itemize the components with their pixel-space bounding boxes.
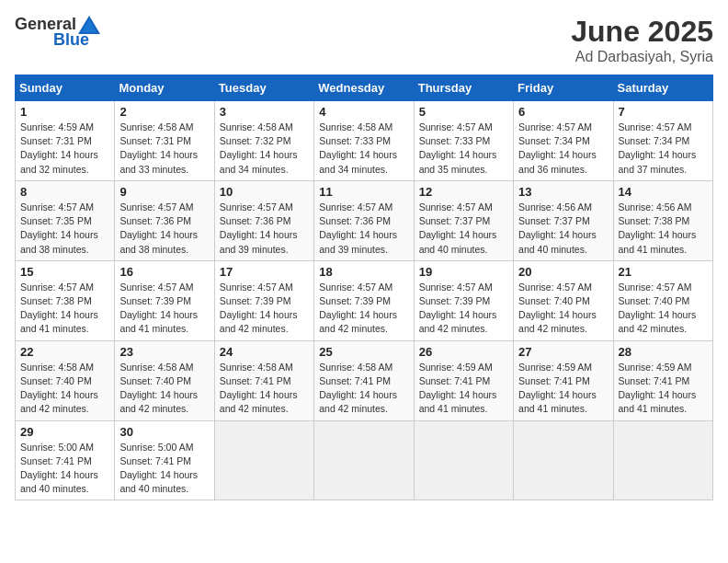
table-row — [613, 420, 712, 500]
table-row: 30Sunrise: 5:00 AM Sunset: 7:41 PM Dayli… — [115, 420, 214, 500]
table-row: 17Sunrise: 4:57 AM Sunset: 7:39 PM Dayli… — [214, 260, 313, 340]
calendar-week-row: 22Sunrise: 4:58 AM Sunset: 7:40 PM Dayli… — [16, 340, 713, 420]
logo-blue: Blue — [53, 30, 89, 50]
day-info: Sunrise: 4:57 AM Sunset: 7:36 PM Dayligh… — [119, 201, 209, 257]
table-row: 14Sunrise: 4:56 AM Sunset: 7:38 PM Dayli… — [613, 180, 712, 260]
table-row: 28Sunrise: 4:59 AM Sunset: 7:41 PM Dayli… — [613, 340, 712, 420]
day-info: Sunrise: 4:57 AM Sunset: 7:34 PM Dayligh… — [619, 121, 708, 177]
day-info: Sunrise: 4:58 AM Sunset: 7:41 PM Dayligh… — [220, 361, 309, 417]
day-number: 10 — [220, 185, 309, 199]
day-info: Sunrise: 4:59 AM Sunset: 7:41 PM Dayligh… — [619, 361, 708, 417]
table-row: 1Sunrise: 4:59 AM Sunset: 7:31 PM Daylig… — [16, 101, 115, 181]
table-row: 8Sunrise: 4:57 AM Sunset: 7:35 PM Daylig… — [16, 180, 115, 260]
table-row: 6Sunrise: 4:57 AM Sunset: 7:34 PM Daylig… — [514, 101, 613, 181]
day-number: 5 — [419, 105, 508, 119]
day-number: 21 — [619, 265, 708, 279]
calendar-week-row: 8Sunrise: 4:57 AM Sunset: 7:35 PM Daylig… — [16, 180, 713, 260]
table-row: 19Sunrise: 4:57 AM Sunset: 7:39 PM Dayli… — [414, 260, 513, 340]
table-row: 16Sunrise: 4:57 AM Sunset: 7:39 PM Dayli… — [115, 260, 214, 340]
col-saturday: Saturday — [613, 75, 712, 101]
table-row: 13Sunrise: 4:56 AM Sunset: 7:37 PM Dayli… — [514, 180, 613, 260]
table-row: 27Sunrise: 4:59 AM Sunset: 7:41 PM Dayli… — [514, 340, 613, 420]
title-area: June 2025 Ad Darbasiyah, Syria — [571, 15, 713, 65]
table-row: 24Sunrise: 4:58 AM Sunset: 7:41 PM Dayli… — [214, 340, 313, 420]
day-info: Sunrise: 5:00 AM Sunset: 7:41 PM Dayligh… — [119, 441, 209, 497]
day-number: 2 — [119, 105, 209, 119]
day-info: Sunrise: 4:57 AM Sunset: 7:40 PM Dayligh… — [518, 281, 608, 337]
calendar-week-row: 15Sunrise: 4:57 AM Sunset: 7:38 PM Dayli… — [16, 260, 713, 340]
day-number: 23 — [119, 345, 209, 359]
day-info: Sunrise: 4:56 AM Sunset: 7:37 PM Dayligh… — [518, 201, 608, 257]
table-row: 11Sunrise: 4:57 AM Sunset: 7:36 PM Dayli… — [314, 180, 414, 260]
day-number: 13 — [518, 185, 608, 199]
day-number: 6 — [518, 105, 608, 119]
day-number: 8 — [20, 185, 109, 199]
table-row: 23Sunrise: 4:58 AM Sunset: 7:40 PM Dayli… — [115, 340, 214, 420]
day-info: Sunrise: 4:58 AM Sunset: 7:31 PM Dayligh… — [119, 121, 209, 177]
table-row: 7Sunrise: 4:57 AM Sunset: 7:34 PM Daylig… — [613, 101, 712, 181]
table-row: 12Sunrise: 4:57 AM Sunset: 7:37 PM Dayli… — [414, 180, 513, 260]
day-number: 12 — [419, 185, 508, 199]
calendar-subtitle: Ad Darbasiyah, Syria — [571, 49, 713, 65]
day-number: 28 — [619, 345, 708, 359]
day-info: Sunrise: 4:58 AM Sunset: 7:40 PM Dayligh… — [119, 361, 209, 417]
table-row — [214, 420, 313, 500]
day-info: Sunrise: 4:57 AM Sunset: 7:40 PM Dayligh… — [619, 281, 708, 337]
calendar-week-row: 29Sunrise: 5:00 AM Sunset: 7:41 PM Dayli… — [16, 420, 713, 500]
table-row — [514, 420, 613, 500]
day-info: Sunrise: 4:59 AM Sunset: 7:41 PM Dayligh… — [518, 361, 608, 417]
day-info: Sunrise: 4:57 AM Sunset: 7:39 PM Dayligh… — [220, 281, 309, 337]
table-row: 3Sunrise: 4:58 AM Sunset: 7:32 PM Daylig… — [214, 101, 313, 181]
day-number: 9 — [119, 185, 209, 199]
day-number: 11 — [319, 185, 408, 199]
day-info: Sunrise: 4:58 AM Sunset: 7:41 PM Dayligh… — [319, 361, 408, 417]
logo: General Blue — [15, 15, 102, 50]
day-number: 1 — [20, 105, 109, 119]
table-row: 22Sunrise: 4:58 AM Sunset: 7:40 PM Dayli… — [16, 340, 115, 420]
day-number: 7 — [619, 105, 708, 119]
calendar-title: June 2025 — [571, 15, 713, 49]
day-info: Sunrise: 4:57 AM Sunset: 7:33 PM Dayligh… — [419, 121, 508, 177]
table-row: 15Sunrise: 4:57 AM Sunset: 7:38 PM Dayli… — [16, 260, 115, 340]
day-number: 22 — [20, 345, 109, 359]
table-row: 21Sunrise: 4:57 AM Sunset: 7:40 PM Dayli… — [613, 260, 712, 340]
day-info: Sunrise: 4:57 AM Sunset: 7:38 PM Dayligh… — [20, 281, 109, 337]
col-wednesday: Wednesday — [314, 75, 414, 101]
table-row — [414, 420, 513, 500]
day-number: 24 — [220, 345, 309, 359]
day-info: Sunrise: 4:57 AM Sunset: 7:37 PM Dayligh… — [419, 201, 508, 257]
day-number: 26 — [419, 345, 508, 359]
col-friday: Friday — [514, 75, 613, 101]
col-sunday: Sunday — [16, 75, 115, 101]
day-info: Sunrise: 4:57 AM Sunset: 7:36 PM Dayligh… — [319, 201, 408, 257]
day-number: 29 — [20, 425, 109, 439]
col-thursday: Thursday — [414, 75, 513, 101]
calendar-header-row: Sunday Monday Tuesday Wednesday Thursday… — [16, 75, 713, 101]
day-number: 4 — [319, 105, 408, 119]
day-info: Sunrise: 4:57 AM Sunset: 7:39 PM Dayligh… — [119, 281, 209, 337]
calendar-week-row: 1Sunrise: 4:59 AM Sunset: 7:31 PM Daylig… — [16, 101, 713, 181]
header: General Blue June 2025 Ad Darbasiyah, Sy… — [15, 15, 713, 65]
day-info: Sunrise: 4:57 AM Sunset: 7:36 PM Dayligh… — [220, 201, 309, 257]
day-info: Sunrise: 4:57 AM Sunset: 7:35 PM Dayligh… — [20, 201, 109, 257]
day-info: Sunrise: 4:57 AM Sunset: 7:39 PM Dayligh… — [419, 281, 508, 337]
day-info: Sunrise: 4:57 AM Sunset: 7:39 PM Dayligh… — [319, 281, 408, 337]
table-row: 20Sunrise: 4:57 AM Sunset: 7:40 PM Dayli… — [514, 260, 613, 340]
col-tuesday: Tuesday — [214, 75, 313, 101]
table-row: 4Sunrise: 4:58 AM Sunset: 7:33 PM Daylig… — [314, 101, 414, 181]
table-row: 5Sunrise: 4:57 AM Sunset: 7:33 PM Daylig… — [414, 101, 513, 181]
day-info: Sunrise: 4:59 AM Sunset: 7:31 PM Dayligh… — [20, 121, 109, 177]
day-number: 20 — [518, 265, 608, 279]
table-row: 25Sunrise: 4:58 AM Sunset: 7:41 PM Dayli… — [314, 340, 414, 420]
table-row: 2Sunrise: 4:58 AM Sunset: 7:31 PM Daylig… — [115, 101, 214, 181]
day-number: 25 — [319, 345, 408, 359]
day-info: Sunrise: 5:00 AM Sunset: 7:41 PM Dayligh… — [20, 441, 109, 497]
day-number: 17 — [220, 265, 309, 279]
day-number: 27 — [518, 345, 608, 359]
table-row: 9Sunrise: 4:57 AM Sunset: 7:36 PM Daylig… — [115, 180, 214, 260]
table-row — [314, 420, 414, 500]
day-number: 3 — [220, 105, 309, 119]
day-info: Sunrise: 4:58 AM Sunset: 7:33 PM Dayligh… — [319, 121, 408, 177]
day-info: Sunrise: 4:58 AM Sunset: 7:32 PM Dayligh… — [220, 121, 309, 177]
day-number: 18 — [319, 265, 408, 279]
